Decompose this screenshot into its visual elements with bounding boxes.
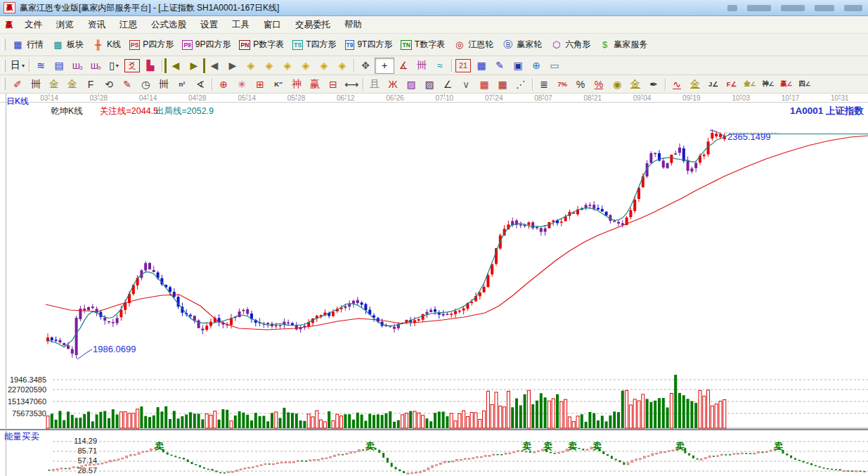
nine-p-square-button[interactable]: P99P四方形 — [179, 37, 235, 52]
overlay-curves-button[interactable]: ≋ — [32, 58, 50, 73]
remote-button[interactable]: ▭ — [545, 58, 564, 73]
diamond-star-icon-button[interactable]: ◈ — [333, 58, 351, 73]
kline-chart-canvas[interactable] — [0, 94, 868, 476]
gold-angle-button[interactable]: 金∠ — [741, 77, 759, 91]
j-angle-button[interactable]: J∠ — [704, 77, 723, 91]
shen-tool-button[interactable]: 神 — [287, 77, 306, 91]
menu-item[interactable]: 浏览 — [49, 17, 81, 33]
percent-button[interactable]: % — [571, 77, 590, 91]
notes-button[interactable]: ✎ — [491, 58, 509, 73]
titlebar-faded-item[interactable] — [781, 5, 805, 11]
nav-next-button[interactable]: ▶ — [224, 58, 242, 73]
diamond-cross-icon-button[interactable]: ◈ — [297, 58, 315, 73]
wave-mark-button[interactable]: ∿ — [668, 77, 686, 91]
p-number-table-button[interactable]: PNP数字表 — [235, 37, 289, 52]
gann-pattern-button[interactable]: 爻 — [124, 59, 140, 72]
diamond-right-icon-button[interactable]: ◈ — [260, 58, 278, 73]
volume-profile-button[interactable]: ▙ — [141, 58, 160, 73]
gann-wheel-button[interactable]: ◎江恩轮 — [450, 37, 498, 52]
diamond-left-icon-button[interactable]: ◈ — [242, 58, 260, 73]
nav-prev-button[interactable]: ◀ — [205, 58, 224, 73]
menu-item[interactable]: 文件 — [18, 17, 49, 33]
k-mark-button[interactable]: K″ — [269, 77, 287, 91]
info-panel-button[interactable]: ▤ — [50, 58, 68, 73]
save-button[interactable]: ▣ — [509, 58, 527, 73]
nav-last-button[interactable]: ▶ — [185, 58, 205, 73]
winner-service-button[interactable]: $赢家服务 — [595, 37, 652, 52]
red-pen-button[interactable]: ✎ — [118, 77, 136, 91]
angle-lines-button[interactable]: ∠ — [439, 77, 457, 91]
check-line-button[interactable]: ∨ — [457, 77, 475, 91]
hand-tool-button[interactable]: ✥ — [356, 58, 375, 73]
calculator-button[interactable]: ▦ — [472, 58, 491, 73]
menu-item[interactable]: 工具 — [225, 17, 257, 33]
web-button[interactable]: ⊕ — [527, 58, 545, 73]
p-square-button[interactable]: PSP四方形 — [126, 37, 179, 52]
winner-wheel-button[interactable]: Ⓑ赢家轮 — [498, 37, 547, 52]
ying-angle-button[interactable]: 赢∠ — [777, 77, 796, 91]
gold-mark-button[interactable]: 金 — [686, 77, 704, 91]
ying-tool-button[interactable]: 赢 — [306, 77, 324, 91]
frame-tool-button[interactable]: 且 — [365, 77, 384, 91]
titlebar-faded-item[interactable] — [727, 5, 737, 11]
shen-angle-button[interactable]: 神∠ — [759, 77, 777, 91]
angle-flag-button[interactable]: ∢ — [191, 77, 209, 91]
comb-tool-button[interactable]: 卌 — [27, 77, 45, 91]
gold-level-button[interactable]: 金 — [626, 77, 644, 91]
titlebar-faded-item[interactable] — [815, 5, 834, 11]
gold-ring-button[interactable]: ◉ — [608, 77, 626, 91]
rays-box-button[interactable]: ▨ — [402, 77, 420, 91]
menu-item[interactable]: 设置 — [193, 17, 225, 33]
ruler-123-button[interactable]: ⊟ — [324, 77, 342, 91]
t-number-table-button[interactable]: TNT数字表 — [397, 37, 450, 52]
price-ladder-button[interactable]: ≣ — [535, 77, 553, 91]
kline-period-dropdown[interactable]: 日▾ — [8, 58, 27, 73]
si-angle-button[interactable]: 四∠ — [796, 77, 814, 91]
cycle-clock-button[interactable]: ◷ — [136, 77, 155, 91]
n-square-button[interactable]: n² — [173, 77, 191, 91]
spiral-tool-button[interactable]: ⟲ — [100, 77, 118, 91]
red-grid-button[interactable]: ▦ — [475, 77, 493, 91]
star-grid-button[interactable]: ✳ — [233, 77, 251, 91]
diamond-horizontal-icon-button[interactable]: ◈ — [278, 58, 297, 73]
diamond-plus-icon-button[interactable]: ◈ — [315, 58, 333, 73]
t-square-button[interactable]: TST四方形 — [289, 37, 341, 52]
small-chart-3-button[interactable]: ш3 — [68, 58, 86, 73]
target-cross-button[interactable]: ⊕ — [214, 77, 233, 91]
small-chart-9-button[interactable]: ш9 — [86, 58, 105, 73]
menu-item[interactable]: 交易委托 — [288, 17, 337, 33]
red-grid2-button[interactable]: ▦ — [493, 77, 512, 91]
wave-tool-button[interactable]: ≈ — [431, 58, 449, 73]
comb2-tool-button[interactable]: 卌 — [155, 77, 173, 91]
sectors-button[interactable]: ▩板块 — [48, 37, 89, 52]
candle-style-dropdown[interactable]: ▯▾ — [105, 58, 123, 73]
angle-measure-button[interactable]: ∡ — [394, 58, 413, 73]
crosshair-tool-button[interactable]: + — [375, 58, 394, 74]
titlebar-faded-item[interactable] — [747, 5, 771, 11]
nine-t-square-button[interactable]: T99T四方形 — [342, 37, 398, 52]
grid-net-button[interactable]: ⊞ — [251, 77, 269, 91]
nav-first-button[interactable]: ◀ — [164, 58, 185, 73]
kline-button[interactable]: ╫K线 — [89, 37, 126, 52]
f-comb-button[interactable]: F — [82, 77, 100, 91]
ink-pen-button[interactable]: ✒ — [644, 77, 663, 91]
hexagon-button[interactable]: ⬡六角形 — [547, 37, 595, 52]
rays-box2-button[interactable]: ▨ — [420, 77, 439, 91]
menu-item[interactable]: 公式选股 — [144, 17, 193, 33]
gold-comb2-button[interactable]: 金 — [63, 77, 82, 91]
quotes-button[interactable]: ▦行情 — [8, 37, 48, 52]
menu-item[interactable]: 资讯 — [81, 17, 112, 33]
percent-line-button[interactable]: 7% — [553, 77, 571, 91]
gann-frame-button[interactable]: 卌 — [413, 58, 431, 73]
brush-tool-button[interactable]: ✐ — [8, 77, 27, 91]
rays-tool-button[interactable]: Ж — [384, 77, 402, 91]
menu-item[interactable]: 江恩 — [112, 17, 144, 33]
gold-comb-button[interactable]: 金 — [45, 77, 63, 91]
menu-item[interactable]: 帮助 — [337, 17, 369, 33]
width-measure-button[interactable]: ⟷ — [342, 77, 361, 91]
menu-item[interactable]: 窗口 — [257, 17, 288, 33]
titlebar-faded-item[interactable] — [844, 5, 862, 11]
calendar-button[interactable]: 21 — [455, 59, 471, 72]
slant-lines-button[interactable]: ⋰ — [512, 77, 530, 91]
percent-levels-button[interactable]: % — [590, 77, 608, 91]
